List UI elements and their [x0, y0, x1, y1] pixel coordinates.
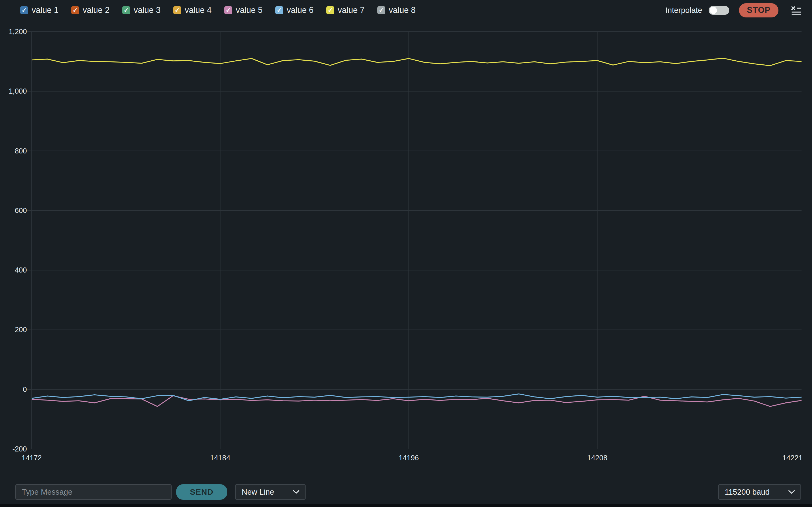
legend-label: value 4 — [185, 5, 212, 15]
baud-rate-value: 115200 baud — [725, 488, 770, 497]
y-tick-label: 1,200 — [0, 27, 27, 36]
chevron-down-icon — [293, 490, 300, 494]
y-tick-label: 0 — [0, 385, 27, 394]
x-tick-label: 14172 — [21, 453, 42, 462]
legend-checkbox[interactable]: ✓ — [122, 6, 130, 14]
legend-item-value-8[interactable]: ✓value 8 — [377, 5, 416, 15]
legend-label: value 1 — [32, 5, 58, 15]
window-edge — [0, 504, 812, 507]
interpolate-label: Interpolate — [665, 6, 702, 15]
line-ending-value: New Line — [242, 488, 274, 497]
plot-canvas — [32, 32, 802, 449]
legend-checkbox[interactable]: ✓ — [326, 6, 334, 14]
stop-button[interactable]: STOP — [739, 3, 778, 17]
legend-item-value-1[interactable]: ✓value 1 — [20, 5, 58, 15]
legend-checkbox[interactable]: ✓ — [173, 6, 181, 14]
legend-label: value 8 — [389, 5, 416, 15]
legend-item-value-7[interactable]: ✓value 7 — [326, 5, 365, 15]
legend-item-value-2[interactable]: ✓value 2 — [71, 5, 110, 15]
y-tick-label: -200 — [0, 445, 27, 454]
x-tick-label: 14196 — [399, 453, 419, 462]
legend: ✓value 1✓value 2✓value 3✓value 4✓value 5… — [20, 5, 416, 15]
legend-checkbox[interactable]: ✓ — [20, 6, 28, 14]
legend-label: value 6 — [287, 5, 314, 15]
legend-checkbox[interactable]: ✓ — [275, 6, 283, 14]
legend-checkbox[interactable]: ✓ — [224, 6, 232, 14]
legend-label: value 7 — [338, 5, 365, 15]
x-tick-label: 14221 — [782, 453, 803, 462]
y-tick-label: 400 — [0, 266, 27, 275]
message-input[interactable] — [15, 484, 171, 500]
toolbar-right: Interpolate STOP — [665, 3, 802, 17]
baud-rate-select[interactable]: 115200 baud — [718, 484, 801, 500]
interpolate-toggle[interactable] — [709, 6, 729, 15]
x-tick-label: 14208 — [587, 453, 607, 462]
line-ending-select[interactable]: New Line — [235, 484, 306, 500]
legend-label: value 3 — [134, 5, 161, 15]
x-tick-label: 14184 — [210, 453, 231, 462]
chart-area: 1,2001,0008006004002000-200 141721418414… — [32, 32, 802, 449]
series-line-value-7 — [32, 58, 802, 66]
y-tick-label: 800 — [0, 147, 27, 156]
legend-label: value 5 — [236, 5, 263, 15]
send-button[interactable]: SEND — [176, 484, 227, 500]
clear-chart-icon[interactable] — [790, 5, 802, 16]
legend-item-value-5[interactable]: ✓value 5 — [224, 5, 263, 15]
legend-item-value-3[interactable]: ✓value 3 — [122, 5, 161, 15]
toolbar: ✓value 1✓value 2✓value 3✓value 4✓value 5… — [0, 0, 812, 20]
toggle-knob-icon — [710, 7, 717, 14]
chevron-down-icon — [788, 490, 795, 494]
legend-checkbox[interactable]: ✓ — [71, 6, 79, 14]
message-bar: SEND New Line 115200 baud — [15, 484, 801, 500]
legend-item-value-6[interactable]: ✓value 6 — [275, 5, 314, 15]
y-tick-label: 600 — [0, 206, 27, 215]
legend-checkbox[interactable]: ✓ — [377, 6, 385, 14]
y-tick-label: 1,000 — [0, 87, 27, 96]
legend-label: value 2 — [83, 5, 110, 15]
legend-item-value-4[interactable]: ✓value 4 — [173, 5, 212, 15]
y-tick-label: 200 — [0, 325, 27, 334]
